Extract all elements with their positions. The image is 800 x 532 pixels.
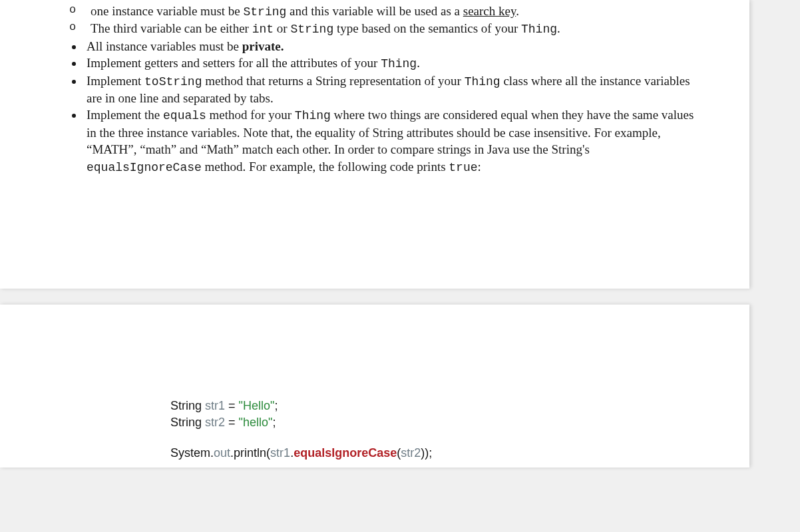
code-operator: = — [225, 416, 239, 429]
code-method: println( — [234, 446, 270, 460]
sub-bullet-list: one instance variable must be String and… — [67, 3, 703, 38]
code-line: String str2 = "hello"; — [170, 414, 703, 430]
code-string: "Hello" — [239, 399, 275, 412]
text: . — [516, 4, 519, 18]
code-punct: ; — [274, 399, 278, 412]
code-inline: Thing — [521, 23, 557, 36]
code-variable: str1 — [270, 446, 290, 460]
code-inline: toString — [144, 75, 202, 88]
code-variable: str1 — [205, 399, 225, 412]
text: : — [478, 160, 481, 174]
code-method-bold: equalsIgnoreCase — [294, 446, 397, 460]
bullet-item: All instance variables must be private. — [84, 38, 703, 55]
sub-bullet-item: The third variable can be either int or … — [67, 20, 703, 37]
code-inline: String — [290, 23, 333, 36]
code-block: String str1 = "Hello"; String str2 = "he… — [170, 398, 703, 461]
code-punct: )); — [421, 446, 432, 460]
code-inline: equalsIgnoreCase — [87, 161, 202, 174]
text: method. For example, the following code … — [202, 160, 449, 174]
text: type based on the semantics of your — [333, 21, 521, 35]
text: All instance variables must be — [87, 39, 242, 53]
code-operator: = — [225, 399, 239, 412]
code-variable: str2 — [401, 446, 421, 460]
code-inline: String — [244, 5, 287, 19]
code-line: System.out.println(str1.equalsIgnoreCase… — [170, 445, 703, 461]
code-variable: str2 — [205, 416, 225, 429]
text: . — [557, 21, 560, 35]
code-inline: Thing — [295, 109, 331, 122]
text: or — [274, 21, 290, 35]
code-line: String str1 = "Hello"; — [170, 398, 703, 414]
text: Implement the — [87, 108, 163, 122]
code-keyword: String — [170, 399, 205, 412]
code-inline: equals — [163, 109, 206, 122]
code-string: "hello" — [239, 416, 273, 429]
code-punct: ; — [272, 416, 276, 429]
sub-bullet-item: one instance variable must be String and… — [67, 3, 703, 20]
underlined-text: search key — [463, 4, 516, 18]
text: and this variable will be used as a — [286, 4, 463, 18]
bullet-item: Implement getters and setters for all th… — [84, 55, 703, 72]
text: method for your — [206, 108, 295, 122]
code-keyword: String — [170, 416, 205, 429]
text: method that returns a String representat… — [202, 74, 464, 88]
document-page-1: one instance variable must be String and… — [0, 0, 749, 289]
text: Implement getters and setters for all th… — [87, 56, 381, 70]
bullet-list: All instance variables must be private. … — [47, 38, 703, 176]
bullet-item: Implement the equals method for your Thi… — [84, 106, 703, 176]
code-field: out — [214, 446, 230, 460]
text: one instance variable must be — [91, 4, 244, 18]
bold-text: private. — [242, 39, 284, 53]
code-blank-line — [170, 430, 703, 445]
text: The third variable can be either — [91, 21, 252, 35]
bullet-item: Implement toString method that returns a… — [84, 72, 703, 107]
text: Implement — [87, 74, 144, 88]
code-inline: Thing — [381, 57, 417, 70]
text: . — [417, 56, 420, 70]
code-inline: Thing — [465, 75, 500, 88]
code-class: System — [170, 446, 210, 460]
code-inline: int — [252, 23, 274, 36]
document-page-2: String str1 = "Hello"; String str2 = "he… — [0, 305, 749, 467]
code-inline: true — [449, 161, 477, 174]
